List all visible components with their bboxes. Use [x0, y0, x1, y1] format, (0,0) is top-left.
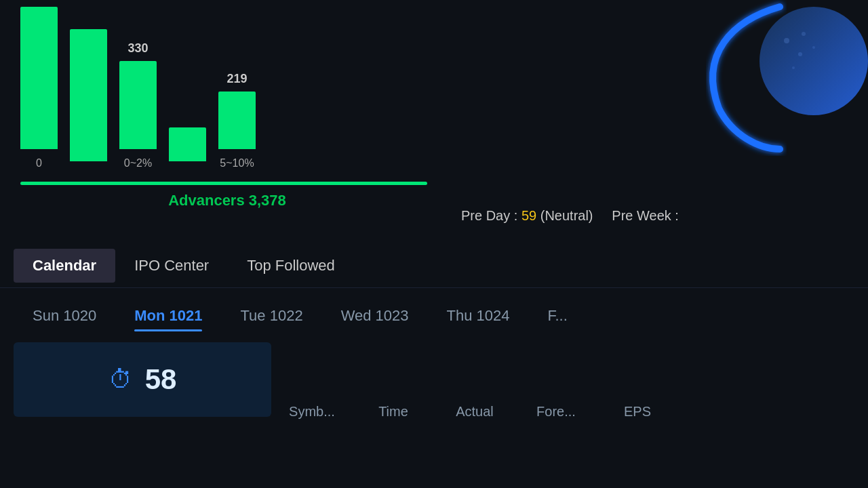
event-count-box: ⏱ 58 [14, 342, 271, 417]
pre-day-neutral: (Neutral) [540, 208, 593, 223]
calendar-days: Sun 1020 Mon 1021 Tue 1022 Wed 1023 Thu … [0, 288, 868, 336]
bar-2 [70, 29, 107, 161]
bar-group-5: 219 5~10% [218, 72, 256, 169]
bar-4 [169, 127, 206, 161]
day-wed[interactable]: Wed 1023 [322, 300, 428, 331]
tabs-section: Calendar IPO Center Top Followed [0, 244, 868, 288]
day-thu[interactable]: Thu 1024 [428, 300, 529, 331]
bar-value-3: 330 [127, 41, 148, 56]
bar-label-5: 5~10% [220, 157, 254, 169]
bar-chart: 0 330 0~2% 219 5~10% [20, 20, 434, 169]
bar-group-1: 0 [20, 7, 58, 169]
table-headers: Symb... Time Actual Fore... EPS [271, 342, 854, 481]
day-fri[interactable]: F... [529, 300, 587, 331]
pre-day-value: 59 [521, 208, 536, 223]
circular-element [760, 7, 868, 115]
progress-bar [20, 182, 427, 185]
day-sun[interactable]: Sun 1020 [14, 300, 115, 331]
bar-value-5: 219 [226, 72, 247, 86]
day-tue[interactable]: Tue 1022 [221, 300, 321, 331]
col-forecast: Fore... [529, 404, 583, 420]
bar-group-4 [169, 127, 206, 169]
pre-week-label: Pre Week : [612, 208, 679, 223]
chart-area: 0 330 0~2% 219 5~10% [0, 0, 448, 244]
pre-day-section: Pre Day : 59 (Neutral) Pre Week : [448, 208, 868, 224]
bar-3 [119, 61, 157, 149]
event-count: 58 [145, 363, 177, 396]
right-panel: Pre Day : 59 (Neutral) Pre Week : [448, 0, 868, 244]
bar-label-3: 0~2% [124, 157, 152, 169]
bar-group-2 [70, 29, 107, 169]
tab-top-followed[interactable]: Top Followed [228, 249, 354, 283]
bar-1 [20, 7, 58, 149]
calendar-content: ⏱ 58 Symb... Time Actual Fore... EPS [0, 336, 868, 488]
day-mon[interactable]: Mon 1021 [115, 300, 221, 331]
col-time: Time [366, 404, 420, 420]
col-actual: Actual [448, 404, 502, 420]
col-eps: EPS [610, 404, 665, 420]
advancers-text: Advancers 3,378 [20, 192, 434, 209]
col-symbol: Symb... [285, 404, 339, 420]
tab-ipo[interactable]: IPO Center [115, 249, 228, 283]
tab-calendar[interactable]: Calendar [14, 249, 115, 283]
bar-group-3: 330 0~2% [119, 41, 157, 169]
pre-day-label: Pre Day : [461, 208, 517, 223]
clock-icon: ⏱ [108, 365, 133, 394]
bar-5 [218, 92, 256, 149]
bar-label-1: 0 [36, 157, 42, 169]
